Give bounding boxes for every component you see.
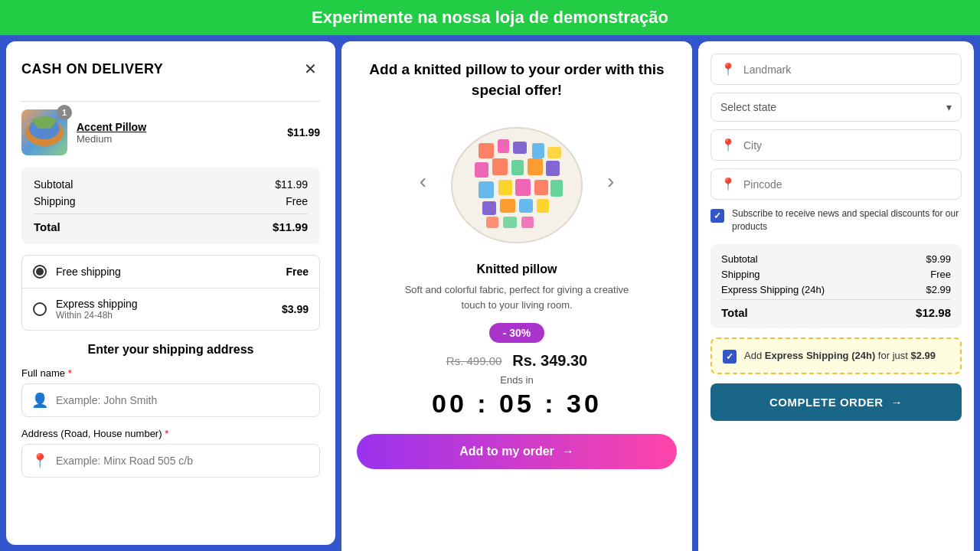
location-icon: 📍 [31,452,48,469]
city-icon: 📍 [720,138,736,152]
svg-rect-22 [537,199,549,213]
right-panel: 📍 Select state ▾ 📍 📍 Subscribe to receiv… [698,41,974,551]
state-select-label: Select state [720,101,776,113]
right-express-label: Express Shipping (24h) [721,284,825,295]
free-shipping-option[interactable]: Free shipping Free [22,256,319,289]
product-image-wrapper: 1 [21,109,67,155]
mid-product-name: Knitted pillow [477,262,557,276]
right-express-row: Express Shipping (24h) $2.99 [721,284,951,295]
right-subtotal-label: Subtotal [721,253,758,265]
shipping-row: Shipping Free [34,195,308,207]
city-input-wrapper[interactable]: 📍 [710,129,962,161]
full-name-input[interactable] [56,394,310,406]
discount-badge: - 30% [489,323,545,343]
product-row: 1 Accent Pillow Medium $11.99 [21,109,320,155]
total-value: $11.99 [273,220,308,233]
free-shipping-price: Free [286,266,309,278]
svg-rect-24 [503,217,517,228]
svg-rect-13 [546,161,560,176]
svg-rect-18 [550,180,563,197]
city-input[interactable] [743,139,952,152]
svg-rect-12 [528,158,543,175]
add-to-order-button[interactable]: Add to my order → [357,434,677,469]
svg-rect-5 [498,139,509,153]
right-total-row: Total $12.98 [721,299,951,319]
svg-rect-11 [511,160,524,175]
address-section-title: Enter your shipping address [21,343,320,357]
right-shipping-value: Free [930,269,951,280]
product-price: $11.99 [287,126,320,139]
subtotal-value: $11.99 [275,178,308,191]
express-shipping-option[interactable]: Express shipping Within 24-48h $3.99 [22,289,319,330]
pillow-image [440,112,593,250]
chevron-down-icon: ▾ [946,101,952,113]
subscribe-checkbox[interactable] [710,209,724,223]
offer-title: Add a knitted pillow to your order with … [357,60,677,100]
svg-rect-15 [498,180,512,195]
svg-rect-14 [479,181,494,198]
svg-rect-6 [513,142,527,154]
svg-rect-10 [492,158,508,175]
full-name-input-wrapper[interactable]: 👤 [21,383,320,417]
address-label: Address (Road, House number) * [21,428,320,439]
middle-panel: Add a knitted pillow to your order with … [341,41,692,551]
subtotal-label: Subtotal [34,178,73,191]
carousel-next-button[interactable]: › [601,163,620,200]
svg-rect-19 [482,201,496,215]
pincode-icon: 📍 [720,177,736,191]
ends-in-label: Ends in [500,374,533,386]
svg-rect-7 [532,143,544,158]
svg-rect-4 [479,143,494,158]
express-shipping-sublabel: Within 24-48h [56,310,273,321]
express-shipping-label: Express shipping [56,298,273,310]
right-total-value: $12.98 [916,306,951,319]
address-input-wrapper[interactable]: 📍 [21,444,320,478]
landmark-input[interactable] [743,64,952,76]
person-icon: 👤 [31,392,48,409]
subscribe-label: Subscribe to receive news and special di… [732,207,962,233]
carousel: ‹ [413,112,621,250]
product-name: Accent Pillow [77,121,278,133]
old-price: Rs. 499.00 [446,354,502,367]
product-variant: Medium [77,133,278,145]
pincode-input-wrapper[interactable]: 📍 [710,168,962,200]
total-row: Total $11.99 [34,214,308,233]
product-badge: 1 [57,105,72,120]
right-shipping-label: Shipping [721,269,760,280]
right-subtotal-value: $9.99 [926,253,951,265]
right-subtotal-row: Subtotal $9.99 [721,253,951,265]
product-info: Accent Pillow Medium [77,121,278,145]
svg-rect-16 [515,179,531,196]
free-shipping-radio[interactable] [33,265,47,279]
subscribe-row: Subscribe to receive news and special di… [710,207,962,233]
countdown-timer: 00 : 05 : 30 [432,389,602,419]
state-select[interactable]: Select state ▾ [710,93,962,122]
landmark-input-wrapper[interactable]: 📍 [710,54,962,85]
right-shipping-row: Shipping Free [721,269,951,280]
mid-product-desc: Soft and colorful fabric, perfect for gi… [394,282,639,312]
close-button[interactable]: ✕ [301,57,320,81]
express-offer-box: Add Express Shipping (24h) for just $2.9… [710,337,962,374]
header-divider [21,101,320,102]
pincode-input[interactable] [743,178,952,191]
express-offer-checkbox[interactable] [723,350,737,364]
banner-text: Experimente na nossa loja de demonstraçã… [312,8,668,27]
left-panel: CASH ON DELIVERY ✕ 1 Accent Pillow Mediu… [6,41,335,545]
express-offer-label: Add Express Shipping (24h) for just $2.9… [744,348,936,364]
panel-header: CASH ON DELIVERY ✕ [21,57,320,81]
shipping-options: Free shipping Free Express shipping With… [21,255,320,331]
landmark-icon: 📍 [720,62,736,77]
express-shipping-price: $3.99 [282,303,309,315]
svg-rect-8 [547,147,561,158]
free-shipping-label: Free shipping [56,266,276,278]
shipping-value: Free [286,195,308,207]
svg-rect-21 [519,199,533,213]
subtotal-row: Subtotal $11.99 [34,178,308,191]
total-label: Total [34,220,60,233]
complete-order-button[interactable]: COMPLETE ORDER → [710,383,962,421]
right-total-label: Total [721,306,748,319]
express-shipping-radio[interactable] [33,302,47,316]
carousel-prev-button[interactable]: ‹ [413,163,433,200]
svg-rect-20 [500,199,515,213]
address-input[interactable] [56,455,310,467]
